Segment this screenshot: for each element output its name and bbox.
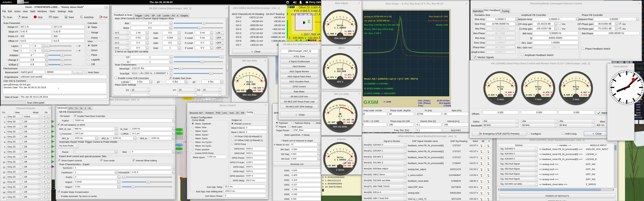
svg-text:+: + (340, 165, 341, 168)
svg-text:16/16: 16/16 (636, 114, 641, 116)
svg-text:Servo: Servo (178, 145, 180, 146)
svg-text:cur peak at: 32763.400 Hz: cur peak at: 32763.400 Hz (364, 19, 390, 22)
svg-text:+: + (249, 89, 250, 92)
svg-text:Model: CH3: Model: CH3 (436, 24, 448, 26)
svg-text:0: 0 (538, 77, 539, 79)
svg-text:+: + (340, 77, 341, 79)
svg-text:dB: dB (339, 113, 342, 115)
svg-text:-31.447 dB: -31.447 dB (342, 119, 354, 121)
svg-text:Model: A(f) = (1000/A0) / sqrt: Model: A(f) = (1000/A0) / sqrt (1 + Q^2 … (364, 78, 418, 80)
svg-text:0: 0 (340, 148, 340, 150)
svg-text:MIX out delta: MIX out delta (333, 125, 347, 128)
svg-text:+: + (500, 94, 501, 97)
svg-text:-0.018 V: -0.018 V (580, 94, 590, 96)
svg-text:x 20: x 20 (536, 88, 541, 90)
svg-text:+10.000 V: +10.000 V (343, 162, 354, 165)
svg-text:Volts: Volts (337, 156, 343, 159)
svg-text:0: 0 (576, 77, 576, 79)
svg-text:60: 60 (336, 104, 338, 107)
svg-text:+: + (340, 121, 341, 124)
svg-text:+2.071 V: +2.071 V (344, 76, 354, 79)
svg-text:-31.445 dB: -31.445 dB (342, 121, 354, 124)
svg-text:Phase: 165.0 deg [ 263.2 deg]: Phase: 165.0 deg [ 263.2 deg] (364, 28, 393, 30)
svg-text:-0.049 V: -0.049 V (563, 94, 572, 96)
svg-text:Res Phase LP: CH2: Res Phase LP: CH2 (428, 19, 448, 22)
svg-text:Volts: Volts (337, 24, 343, 27)
svg-text:OUTMIX_CH4: OUTMIX_CH4 (184, 98, 191, 99)
svg-text:OUTMIX_CH4_SMAC_A: OUTMIX_CH4_SMAC_A (202, 98, 215, 100)
svg-text:x 1: x 1 (338, 115, 342, 118)
svg-text:tuning at 32786.000 Hz [-10]: tuning at 32786.000 Hz [-10] (364, 15, 392, 18)
svg-text:80: 80 (339, 104, 341, 106)
svg-text:+: + (538, 94, 539, 97)
svg-text:+1.999 V: +1.999 V (327, 33, 336, 35)
svg-text:No Watch: No Watch (176, 148, 182, 149)
svg-text:-31.447 dB: -31.447 dB (327, 121, 339, 124)
svg-text:+2.071 V: +2.071 V (344, 74, 354, 76)
svg-text:Swap: Swap (636, 112, 641, 114)
svg-text:+10.000 V: +10.000 V (343, 165, 354, 167)
svg-text:0: 0 (500, 77, 501, 79)
svg-text:X-Axis: X-Axis (497, 98, 504, 101)
svg-text:MIX 0: MIX 0 (337, 80, 343, 83)
svg-text:-0.043 V: -0.043 V (525, 94, 535, 96)
svg-text:+1.999 V: +1.999 V (344, 30, 354, 33)
svg-text:+68.535 V: +68.535 V (236, 89, 247, 92)
svg-text:f0 32763.344804 +/- 0.0086: f0 32763.344804 +/- 0.008691 (364, 87, 394, 90)
svg-text:Res Ampl LP: CH1: Res Ampl LP: CH1 (429, 15, 448, 18)
svg-text:Bias Adjust: Bias Adjust (334, 37, 346, 39)
svg-text:Volts: Volts (572, 86, 579, 88)
svg-text:0: 0 (340, 59, 340, 61)
svg-text:0: 0 (249, 72, 250, 74)
svg-text:+2.071 V: +2.071 V (327, 76, 336, 79)
svg-text:+: + (575, 94, 577, 97)
svg-text:+1.999 V: +1.999 V (344, 33, 354, 35)
svg-text:Z-Axis: Z-Axis (572, 98, 579, 101)
svg-text:0.00: 0.00 (636, 106, 640, 108)
svg-text:Z Servo: Z Servo (336, 169, 344, 171)
svg-text:A 5.284489 +/- 0.03795: A 5.284489 +/- 0.037951 (364, 82, 388, 85)
svg-text:+68.529 V: +68.529 V (252, 87, 264, 89)
svg-text:-0.067 V: -0.067 V (580, 91, 590, 94)
svg-text:Offset Z0: 0.000 Å: Offset Z0: 0.000 Å (298, 6, 320, 9)
svg-text:Q 22012.148981 +/- 263.614: Q 22012.148981 +/- 263.614937 (364, 92, 396, 95)
svg-text:Volts: Volts (535, 86, 541, 88)
svg-text:45d10:05: 45d10:05 (634, 117, 642, 119)
svg-text:x 255.008: x 255.008 (334, 70, 346, 73)
svg-text:x 20: x 20 (573, 88, 578, 90)
svg-text:Volts: Volts (337, 68, 343, 70)
svg-text:Res Amp: 2.92785 mV [ 187.284: Res Amp: 2.92785 mV [ 187.284 mV] (364, 24, 400, 26)
svg-text:OVR!: OVR! (349, 160, 354, 162)
svg-text:+: + (340, 33, 341, 36)
svg-text:Y-Axis: Y-Axis (535, 98, 541, 101)
svg-text:-0.079 V: -0.079 V (542, 91, 552, 94)
svg-text:x 1.00003: x 1.00003 (334, 159, 346, 161)
svg-text:+10.000 V: +10.000 V (327, 165, 338, 167)
svg-text:SERVO: SERVO (177, 152, 181, 153)
svg-text:Servo: Servo (178, 133, 180, 134)
svg-text:+68.550 V: +68.550 V (252, 89, 264, 92)
svg-text:-0.049 V: -0.049 V (504, 91, 514, 94)
svg-text:Mem: Mem (636, 109, 640, 111)
svg-text:I: 2557.7902 nA: I: 2557.7902 nA (301, 33, 320, 36)
svg-text:x 1.00003: x 1.00003 (334, 27, 346, 29)
svg-text:+0.024 V: +0.024 V (504, 94, 514, 96)
svg-text:-0.018 V: -0.018 V (487, 94, 497, 96)
svg-text:Vol. Sine: 0.100 V: Vol. Sine: 0.100 V (364, 32, 381, 34)
svg-text:No Neg: No Neg (177, 129, 181, 131)
svg-text:XY0: 0.000 Å, 0.000 Å: XY0: 0.000 Å, 0.000 Å (294, 9, 320, 12)
svg-text:+0.000 V: +0.000 V (542, 94, 552, 96)
svg-text:MIX out delta: MIX out delta (243, 93, 256, 96)
svg-text:XYs: 40.187 Å, 15.177 Å: XYs: 40.187 Å, 15.177 Å (291, 13, 320, 16)
svg-text:Z: -100.0641 V -100.064 Å: Z: -100.0641 V -100.064 Å (289, 36, 320, 39)
svg-text:0: 0 (340, 16, 340, 18)
